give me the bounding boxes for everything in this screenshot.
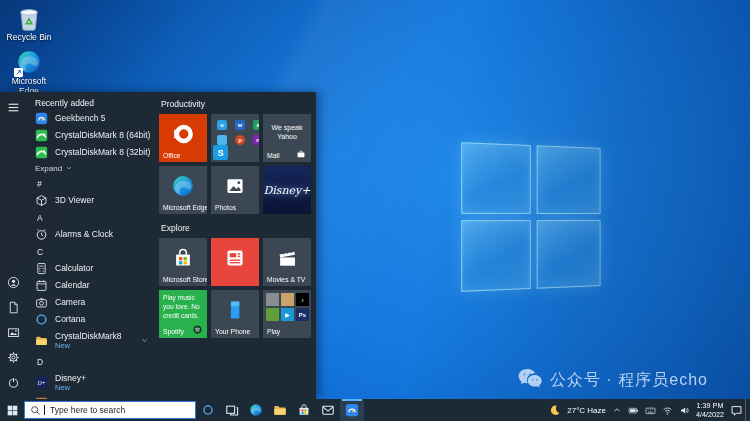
section-letter-A[interactable]: A (26, 209, 156, 226)
volume-icon[interactable] (679, 405, 690, 416)
rail-settings-button[interactable] (5, 349, 21, 365)
tile-movies[interactable]: Movies & TV (263, 238, 311, 286)
keyboard-icon[interactable] (645, 405, 656, 416)
play-apps-mini-icons: ♪▶Ps (266, 293, 308, 321)
app-list-item-crystaldiskmark8[interactable]: CrystalDiskMark8New (26, 328, 156, 353)
taskbar-search[interactable] (24, 401, 196, 419)
recycle-bin-icon (15, 4, 43, 32)
taskbar: 27°C Haze1:39 PM4/4/2022 (0, 399, 750, 421)
app-list-item-calendar[interactable]: Calendar (26, 277, 156, 294)
geekbench-icon (345, 403, 359, 417)
spotify-logo-icon (192, 324, 203, 335)
section-letter-C[interactable]: C (26, 243, 156, 260)
show-desktop-button[interactable] (745, 399, 750, 421)
expand-button[interactable]: Expand (26, 161, 156, 175)
edge-icon (15, 48, 43, 76)
app-label: Alarms & Clock (55, 229, 113, 239)
app-list-item-geekbench-5[interactable]: Geekbench 5 (26, 110, 156, 127)
watermark-text: 公众号 · 程序员echo (550, 370, 708, 391)
tile-play[interactable]: ♪▶PsPlay (263, 290, 311, 338)
app-list-item-alarms-clock[interactable]: Alarms & Clock (26, 226, 156, 243)
clock-icon (35, 228, 48, 241)
tile-label: Photos (215, 204, 236, 211)
taskbar-cortana-button[interactable] (196, 399, 220, 421)
taskbar-mail-button[interactable] (316, 399, 340, 421)
app-list-item-disney-[interactable]: D+Disney+New (26, 370, 156, 395)
windows-logo-pane (461, 142, 531, 214)
camera-icon (35, 296, 48, 309)
mini-app-icon (266, 308, 279, 321)
app-list-item-camera[interactable]: Camera (26, 294, 156, 311)
new-badge: New (55, 383, 86, 392)
office-icon (159, 114, 207, 153)
mini-app-icon: o (217, 120, 227, 130)
recently-added-header: Recently added (26, 95, 156, 110)
watermark: 公众号 · 程序员echo (518, 366, 708, 394)
clock-date: 4/4/2022 (696, 410, 724, 419)
weather-text[interactable]: 27°C Haze (567, 406, 606, 415)
start-button[interactable] (0, 399, 24, 421)
tile-your-phone[interactable]: Your Phone (211, 290, 259, 338)
calc-icon (35, 262, 48, 275)
shortcut-arrow-icon (14, 68, 23, 77)
tile-disney[interactable]: Disney+ (263, 166, 311, 214)
chevron-up-icon[interactable] (612, 405, 622, 415)
desktop-icon-edge[interactable]: Microsoft Edge (1, 48, 57, 97)
section-letter-#[interactable]: # (26, 175, 156, 192)
mini-app-icon (281, 293, 294, 306)
app-list-item-crystaldiskmark-8-32bit-[interactable]: CrystalDiskMark 8 (32bit) (26, 144, 156, 161)
microsoft-store-icon (297, 403, 311, 417)
photos-icon (211, 166, 259, 205)
disney-icon: D+ (35, 376, 48, 389)
start-menu-app-list: Recently addedGeekbench 5CrystalDiskMark… (26, 92, 156, 399)
tile-photos[interactable]: Photos (211, 166, 259, 214)
gear-icon (7, 351, 20, 364)
wifi-icon[interactable] (662, 405, 673, 416)
app-label: Geekbench 5 (55, 113, 106, 123)
rail-account-button[interactable] (5, 274, 21, 290)
rail-power-button[interactable] (5, 374, 21, 390)
expand-label: Expand (35, 164, 62, 173)
section-letter-D[interactable]: D (26, 353, 156, 370)
rail-pictures-button[interactable] (5, 324, 21, 340)
tile-mail[interactable]: We speak YahooMail (263, 114, 311, 162)
taskbar-clock[interactable]: 1:39 PM4/4/2022 (696, 401, 724, 419)
taskbar-task-view-button[interactable] (220, 399, 244, 421)
search-input[interactable] (48, 404, 190, 416)
app-list-item-crystaldiskmark-8-64bit-[interactable]: CrystalDiskMark 8 (64bit) (26, 127, 156, 144)
battery-icon[interactable] (628, 405, 639, 416)
mini-app-icon: n (253, 135, 259, 145)
app-list-item-calculator[interactable]: Calculator (26, 260, 156, 277)
start-menu: Recently addedGeekbench 5CrystalDiskMark… (0, 92, 316, 399)
tile-news[interactable] (211, 238, 259, 286)
tile-group-title: Explore (161, 223, 316, 233)
taskbar-file-explorer-button[interactable] (268, 399, 292, 421)
app-list-item-cortana[interactable]: Cortana (26, 311, 156, 328)
tile-office[interactable]: Office (159, 114, 207, 162)
desktop-icon-label: Recycle Bin (7, 33, 52, 43)
cube-icon (35, 194, 48, 207)
mail-icon (321, 403, 335, 417)
taskbar-edge-button[interactable] (244, 399, 268, 421)
taskbar-geekbench-button[interactable] (340, 399, 364, 421)
taskbar-microsoft-store-button[interactable] (292, 399, 316, 421)
svg-text:D+: D+ (37, 380, 46, 386)
app-label: CrystalDiskMark 8 (64bit) (55, 130, 150, 140)
rail-documents-button[interactable] (5, 299, 21, 315)
tile-edge[interactable]: Microsoft Edge (159, 166, 207, 214)
mini-app-icon: ♪ (296, 293, 309, 306)
tile-office-suite[interactable]: owxpnS (211, 114, 259, 162)
tile-spotify[interactable]: Play music you love. No credit cards.Spo… (159, 290, 207, 338)
mini-app-icon: x (253, 120, 259, 130)
tile-label: Microsoft Edge (163, 204, 207, 211)
tile-store[interactable]: Microsoft Store (159, 238, 207, 286)
your-phone-icon (211, 290, 259, 329)
mini-app-icon (217, 135, 227, 145)
rail-menu-button[interactable] (5, 99, 21, 115)
action-center-icon[interactable] (730, 404, 743, 417)
app-list-item-3d-viewer[interactable]: 3D Viewer (26, 192, 156, 209)
app-label: CrystalDiskMark8New (55, 331, 122, 350)
briefcase-icon (296, 149, 306, 159)
desktop-icon-recycle-bin[interactable]: Recycle Bin (1, 4, 57, 43)
chevron-down-icon (65, 164, 73, 172)
